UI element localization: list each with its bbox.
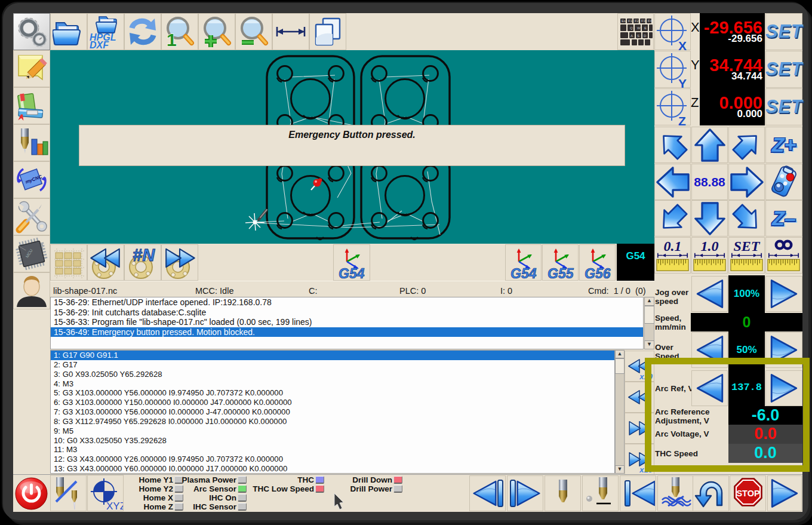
svg-text:D: D xyxy=(644,34,647,38)
svg-text:1: 1 xyxy=(167,30,177,48)
svg-text:STOP: STOP xyxy=(736,489,760,498)
svg-text:A: A xyxy=(630,34,633,38)
svg-text:G55: G55 xyxy=(548,266,574,280)
svg-text:Q: Q xyxy=(630,26,633,30)
svg-text:W: W xyxy=(637,26,641,30)
svg-text:F3: F3 xyxy=(641,19,646,23)
svg-text:G56: G56 xyxy=(585,266,611,280)
svg-text:F1: F1 xyxy=(628,19,633,23)
svg-text:F4: F4 xyxy=(648,19,653,23)
svg-text:X: X xyxy=(678,39,687,53)
svg-text:E: E xyxy=(644,26,647,30)
svg-text:DXF: DXF xyxy=(90,40,109,49)
svg-text:Es: Es xyxy=(622,19,626,23)
svg-text:G54: G54 xyxy=(510,266,537,280)
svg-text:#N: #N xyxy=(133,245,155,265)
svg-text:G54: G54 xyxy=(339,266,365,280)
svg-text:S: S xyxy=(637,34,639,38)
svg-text:Z: Z xyxy=(678,114,686,125)
svg-text:Y: Y xyxy=(678,76,687,90)
svg-text:F2: F2 xyxy=(635,19,639,23)
